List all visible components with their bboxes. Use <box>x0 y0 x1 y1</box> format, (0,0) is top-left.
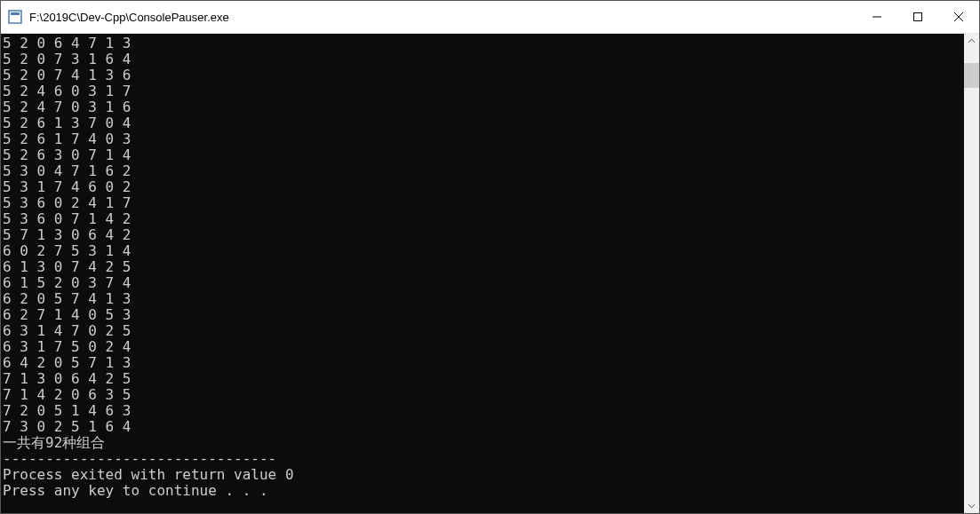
console-line: 5 2 0 7 4 1 3 6 <box>3 67 964 83</box>
scroll-down-button[interactable] <box>964 498 979 513</box>
console-line: 6 4 2 0 5 7 1 3 <box>3 355 964 371</box>
console-line: 6 0 2 7 5 3 1 4 <box>3 243 964 259</box>
console-line: 6 3 1 4 7 0 2 5 <box>3 323 964 339</box>
chevron-down-icon <box>968 502 975 509</box>
console-line: 5 3 0 4 7 1 6 2 <box>3 163 964 179</box>
console-line: 5 2 0 7 3 1 6 4 <box>3 51 964 67</box>
console-line: 5 2 4 6 0 3 1 7 <box>3 83 964 99</box>
console-line: 一共有92种组合 <box>3 435 964 451</box>
window-controls <box>857 1 979 33</box>
maximize-button[interactable] <box>897 1 938 33</box>
console-line: 6 1 5 2 0 3 7 4 <box>3 275 964 291</box>
console-line: 5 2 0 6 4 7 1 3 <box>3 36 964 51</box>
console-line: 5 3 6 0 2 4 1 7 <box>3 195 964 211</box>
close-button[interactable] <box>938 1 979 33</box>
console-line: 6 2 0 5 7 4 1 3 <box>3 291 964 307</box>
window-title: F:\2019C\Dev-Cpp\ConsolePauser.exe <box>29 11 857 24</box>
scroll-track[interactable] <box>964 49 979 498</box>
console-line: 5 2 4 7 0 3 1 6 <box>3 99 964 115</box>
scroll-thumb[interactable] <box>964 63 979 88</box>
chevron-up-icon <box>968 38 975 44</box>
vertical-scrollbar[interactable] <box>964 34 979 513</box>
app-icon <box>8 10 22 24</box>
console-line: -------------------------------- <box>3 451 964 467</box>
console-line: 5 7 1 3 0 6 4 2 <box>3 227 964 243</box>
console-line: 5 3 6 0 7 1 4 2 <box>3 211 964 227</box>
console-output[interactable]: 5 2 0 6 4 7 1 35 2 0 7 3 1 6 45 2 0 7 4 … <box>1 34 964 513</box>
console-line: 7 1 3 0 6 4 2 5 <box>3 371 964 387</box>
maximize-icon <box>913 12 922 21</box>
console-line: 5 2 6 1 3 7 0 4 <box>3 115 964 131</box>
titlebar[interactable]: F:\2019C\Dev-Cpp\ConsolePauser.exe <box>1 1 979 34</box>
close-icon <box>954 12 963 21</box>
svg-rect-1 <box>11 12 20 15</box>
console-line: 5 3 1 7 4 6 0 2 <box>3 179 964 195</box>
svg-rect-3 <box>914 13 922 21</box>
console-line: 7 1 4 2 0 6 3 5 <box>3 387 964 403</box>
console-line: 6 3 1 7 5 0 2 4 <box>3 339 964 355</box>
console-line: 6 2 7 1 4 0 5 3 <box>3 307 964 323</box>
scroll-up-button[interactable] <box>964 34 979 49</box>
console-line: 5 2 6 3 0 7 1 4 <box>3 147 964 163</box>
minimize-icon <box>872 12 881 21</box>
console-line: Press any key to continue . . . <box>3 483 964 499</box>
console-line: 7 2 0 5 1 4 6 3 <box>3 403 964 419</box>
console-line: 6 1 3 0 7 4 2 5 <box>3 259 964 275</box>
minimize-button[interactable] <box>857 1 897 33</box>
app-window: F:\2019C\Dev-Cpp\ConsolePauser.exe 5 <box>0 0 980 514</box>
content-area: 5 2 0 6 4 7 1 35 2 0 7 3 1 6 45 2 0 7 4 … <box>1 34 979 513</box>
console-line: 7 3 0 2 5 1 6 4 <box>3 419 964 435</box>
console-line: 5 2 6 1 7 4 0 3 <box>3 131 964 147</box>
console-line: Process exited with return value 0 <box>3 467 964 483</box>
